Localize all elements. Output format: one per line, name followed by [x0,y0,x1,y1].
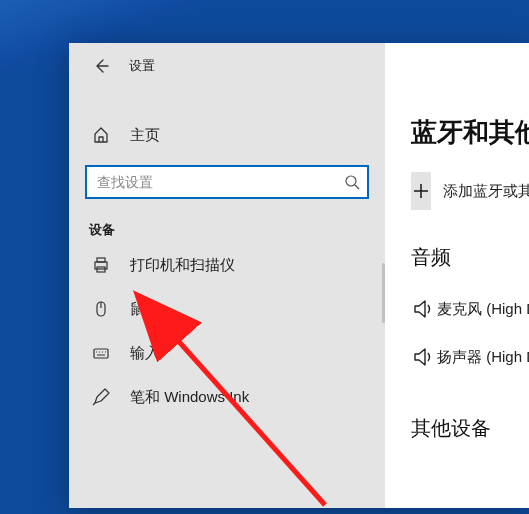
sidebar-item-pen[interactable]: 笔和 Windows Ink [69,375,385,419]
svg-line-13 [93,403,95,405]
page-title: 蓝牙和其他设备 [411,115,529,150]
keyboard-icon [89,344,113,362]
svg-rect-3 [97,258,105,262]
sidebar-item-typing[interactable]: 输入 [69,331,385,375]
sidebar-item-label: 打印机和扫描仪 [130,256,235,275]
settings-window: 设置 主页 设备 [69,43,529,508]
search-icon [337,174,367,190]
sidebar-item-home[interactable]: 主页 [69,113,385,157]
add-device-label: 添加蓝牙或其他设备 [443,182,529,201]
home-icon [89,126,113,144]
pen-icon [89,388,113,406]
speaker-icon [411,344,437,370]
svg-line-1 [355,185,359,189]
device-item[interactable]: 扬声器 (High Definition Audio) [411,333,529,381]
plus-icon [411,172,431,210]
svg-point-0 [346,176,356,186]
printer-icon [89,256,113,274]
section-audio: 音频 [411,244,529,271]
sidebar-item-label: 主页 [130,126,160,145]
window-title: 设置 [129,57,155,75]
search-input[interactable] [87,167,337,197]
sidebar-item-printers[interactable]: 打印机和扫描仪 [69,243,385,287]
sidebar-item-label: 笔和 Windows Ink [130,388,249,407]
add-device-button[interactable]: 添加蓝牙或其他设备 [411,172,529,210]
section-other: 其他设备 [411,415,529,442]
search-box[interactable] [85,165,369,199]
svg-rect-7 [94,349,108,358]
device-item[interactable]: 麦克风 (High Definition Audio) [411,285,529,333]
sidebar-item-label: 输入 [130,344,160,363]
device-label: 麦克风 (High Definition Audio) [437,300,529,319]
titlebar: 设置 [69,43,385,89]
back-button[interactable] [87,52,115,80]
content-pane: 蓝牙和其他设备 添加蓝牙或其他设备 音频 麦克风 (High Definitio… [385,43,529,508]
sidebar-item-label: 鼠标 [130,300,160,319]
settings-sidebar: 设置 主页 设备 [69,43,385,508]
sidebar-item-mouse[interactable]: 鼠标 [69,287,385,331]
arrow-left-icon [92,57,110,75]
sidebar-section-devices: 设备 [69,205,385,243]
mouse-icon [89,300,113,318]
device-label: 扬声器 (High Definition Audio) [437,348,529,367]
speaker-icon [411,296,437,322]
